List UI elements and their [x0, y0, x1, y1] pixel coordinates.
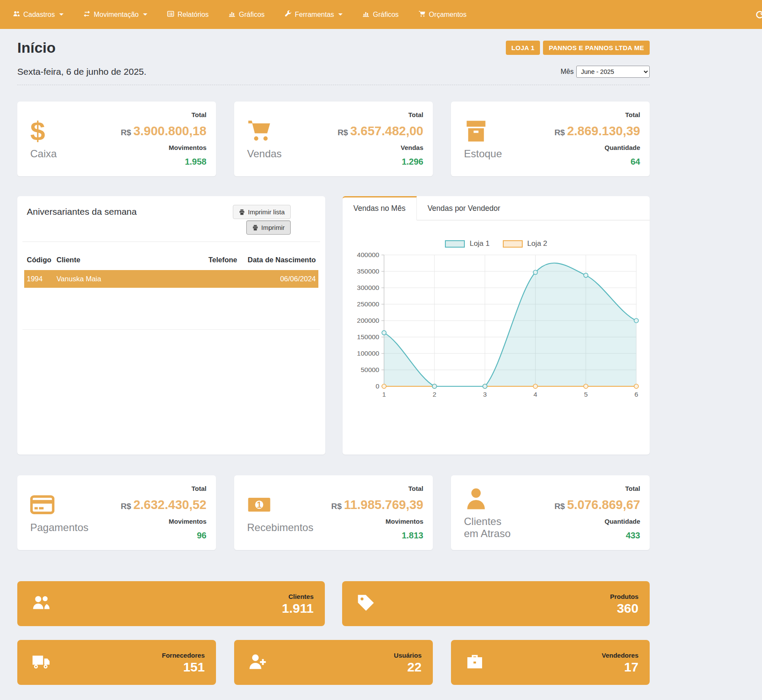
total-value: R$3.900.800,18: [102, 124, 206, 138]
briefcase-icon: [466, 652, 484, 672]
stat-card-pagamentos: Pagamentos Total R$2.632.430,52 Moviment…: [17, 475, 216, 550]
total-label: Total: [102, 111, 206, 118]
wrench-icon: [285, 10, 292, 19]
nav-ferramentas[interactable]: Ferramentas: [285, 10, 343, 19]
nav-cadastros[interactable]: Cadastros: [13, 10, 64, 19]
cell-birth-date: 06/06/2024: [240, 270, 318, 288]
month-label: Mês: [561, 68, 574, 76]
tile-label: Produtos: [610, 593, 638, 600]
tile-clientes[interactable]: Clientes 1.911: [17, 581, 325, 626]
chevron-down-icon: [59, 13, 64, 16]
month-select[interactable]: June - 2025: [576, 66, 650, 78]
money-bill-icon: 1: [247, 492, 318, 517]
tab-vendas-por-vendedor[interactable]: Vendas por Vendedor: [417, 196, 511, 220]
bar-chart-icon: [362, 10, 369, 19]
tile-fornecedores[interactable]: Fornecedores 151: [17, 640, 216, 685]
total-label: Total: [318, 485, 423, 492]
company-badge[interactable]: PANNOS E PANNOS LTDA ME: [543, 41, 650, 55]
nav-label: Orçamentos: [429, 11, 467, 19]
tab-vendas-no-mes[interactable]: Vendas no Mês: [343, 196, 417, 220]
legend-swatch: [503, 240, 523, 248]
nav-label: Cadastros: [23, 11, 55, 19]
nav-graficos-2[interactable]: Gráficos: [362, 10, 399, 19]
user-plus-icon: [249, 652, 267, 672]
svg-text:0: 0: [375, 382, 379, 390]
stat-card-caixa: $ Caixa Total R$3.900.800,18 Movimentos …: [17, 102, 216, 176]
svg-text:50000: 50000: [361, 366, 379, 373]
total-value: R$5.076.869,67: [535, 498, 640, 512]
tab-filler: [511, 196, 650, 220]
nav-label: Gráficos: [239, 11, 265, 19]
cell-phone: [197, 270, 240, 288]
cart-icon: [247, 118, 318, 143]
truck-icon: [32, 652, 50, 672]
total-value: R$3.657.482,00: [318, 124, 423, 138]
users-icon: [32, 594, 50, 614]
table-row[interactable]: 1994 Vanuska Maia 06/06/2024: [24, 270, 318, 288]
archive-box-icon: [464, 118, 535, 143]
nav-movimentacao[interactable]: Movimentação: [83, 10, 147, 19]
svg-text:400000: 400000: [357, 251, 379, 258]
legend-item-loja-1[interactable]: Loja 1: [445, 239, 489, 248]
stat-label: Clientes em Atraso: [464, 515, 516, 539]
tile-label: Usuários: [394, 652, 422, 659]
nav-label: Relatórios: [178, 11, 209, 19]
column-header-telefone: Telefone: [197, 253, 240, 270]
legend-swatch: [445, 240, 465, 248]
total-value: R$11.985.769,39: [318, 498, 423, 512]
tile-value: 22: [394, 661, 422, 674]
exchange-icon: [83, 10, 90, 19]
stat-label: Estoque: [464, 148, 535, 160]
total-label: Total: [535, 485, 640, 492]
nav-label: Movimentação: [94, 11, 139, 19]
nav-label: Ferramentas: [295, 11, 334, 19]
count-label: Vendas: [318, 144, 423, 151]
legend-label: Loja 2: [527, 239, 547, 248]
count-value: 433: [535, 531, 640, 541]
tile-vendedores[interactable]: Vendedores 17: [451, 640, 650, 685]
tile-label: Fornecedores: [162, 652, 205, 659]
tile-usuarios[interactable]: Usuários 22: [234, 640, 433, 685]
legend-label: Loja 1: [470, 239, 489, 248]
count-value: 1.813: [318, 531, 423, 541]
tile-value: 17: [602, 661, 638, 674]
svg-text:150000: 150000: [357, 333, 379, 340]
current-date: Sexta-feira, 6 de junho de 2025.: [17, 67, 146, 77]
svg-text:5: 5: [584, 391, 588, 398]
chart-tabs: Vendas no Mês Vendas por Vendedor: [343, 196, 650, 220]
stat-card-clientes-atraso: Clientes em Atraso Total R$5.076.869,67 …: [451, 475, 650, 550]
svg-text:2: 2: [432, 391, 436, 398]
tile-produtos[interactable]: Produtos 360: [342, 581, 650, 626]
total-value: R$2.632.430,52: [102, 498, 206, 512]
count-label: Quantidade: [535, 518, 640, 525]
nav-relatorios[interactable]: Relatórios: [167, 10, 209, 19]
stat-card-vendas: Vendas Total R$3.657.482,00 Vendas 1.296: [234, 102, 433, 176]
print-list-label: Imprimir lista: [248, 208, 285, 216]
count-label: Movimentos: [102, 518, 206, 525]
printer-icon: [252, 225, 258, 231]
tile-label: Clientes: [282, 593, 314, 600]
print-button[interactable]: Imprimir: [246, 220, 291, 235]
svg-text:250000: 250000: [357, 300, 379, 308]
stat-label: Caixa: [30, 148, 102, 160]
count-value: 1.296: [318, 157, 423, 167]
refresh-icon[interactable]: ⟳: [756, 7, 762, 22]
tile-value: 1.911: [282, 602, 314, 615]
tag-icon: [357, 594, 375, 614]
printer-icon: [239, 209, 245, 215]
cell-code: 1994: [24, 270, 54, 288]
legend-item-loja-2[interactable]: Loja 2: [503, 239, 547, 248]
svg-text:6: 6: [635, 391, 638, 398]
cell-client: Vanuska Maia: [54, 270, 197, 288]
print-label: Imprimir: [261, 224, 285, 231]
print-list-button[interactable]: Imprimir lista: [233, 205, 291, 219]
svg-text:3: 3: [483, 391, 487, 398]
birthdays-table: Código Cliente Telefone Data de Nascimen…: [24, 253, 318, 288]
credit-card-icon: [30, 492, 102, 517]
store-badge[interactable]: LOJA 1: [506, 41, 540, 55]
cart-icon: [419, 10, 425, 19]
svg-text:4: 4: [533, 391, 537, 398]
nav-graficos-1[interactable]: Gráficos: [229, 10, 265, 19]
nav-orcamentos[interactable]: Orçamentos: [419, 10, 467, 19]
tile-value: 151: [162, 661, 205, 674]
